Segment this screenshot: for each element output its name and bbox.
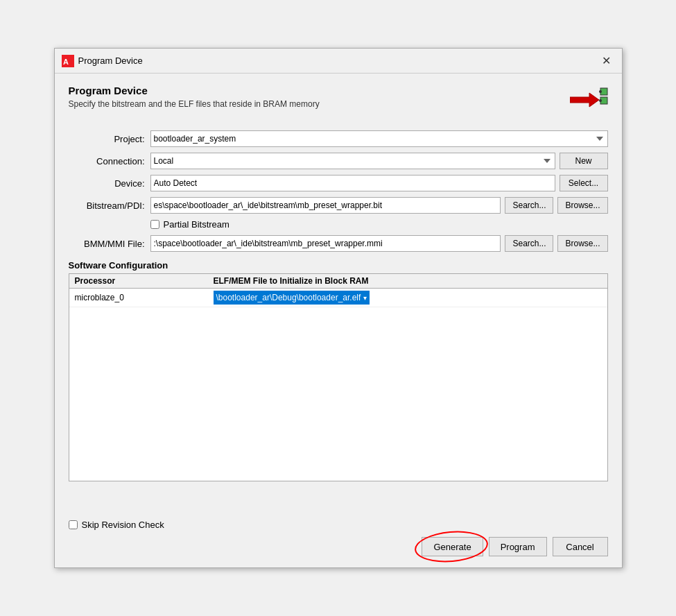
footer-section: Skip Revision Check Generate Program Can…	[69, 511, 608, 556]
skip-revision-checkbox[interactable]	[69, 520, 78, 529]
processor-value: microblaze_0	[75, 293, 124, 302]
project-label: Project:	[69, 134, 145, 144]
elf-header: ELF/MEM File to Initialize in Block RAM	[214, 276, 602, 286]
new-button[interactable]: New	[560, 153, 608, 169]
cancel-button[interactable]: Cancel	[553, 537, 608, 556]
bmm-label: BMM/MMI File:	[69, 239, 145, 249]
project-control-group: bootloader_ar_system	[150, 130, 608, 147]
connection-label: Connection:	[69, 156, 145, 166]
header-text: Program Device Specify the bitstream and…	[69, 85, 320, 109]
fpga-icon	[570, 85, 608, 119]
skip-revision-label[interactable]: Skip Revision Check	[82, 520, 164, 530]
bitstream-row: Bitstream/PDI: Search... Browse...	[69, 197, 608, 214]
elf-dropdown[interactable]: \bootloader_ar\Debug\bootloader_ar.elf ▾	[214, 291, 370, 305]
software-title: Software Configuration	[69, 260, 608, 271]
dialog-title: Program Device	[78, 55, 143, 66]
elf-cell: \bootloader_ar\Debug\bootloader_ar.elf ▾	[214, 291, 602, 305]
partial-bitstream-checkbox[interactable]	[150, 220, 159, 229]
title-bar-left: A Program Device	[62, 55, 143, 67]
dialog-body: Program Device Specify the bitstream and…	[55, 74, 622, 567]
bitstream-browse-button[interactable]: Browse...	[557, 197, 607, 214]
bitstream-label: Bitstream/PDI:	[69, 200, 145, 211]
project-select[interactable]: bootloader_ar_system	[150, 130, 608, 147]
elf-dropdown-arrow-icon: ▾	[363, 294, 367, 302]
device-row: Device: Select...	[69, 175, 608, 191]
select-button[interactable]: Select...	[560, 175, 608, 191]
generate-button[interactable]: Generate	[422, 537, 483, 556]
svg-marker-2	[570, 93, 599, 107]
bmm-browse-button[interactable]: Browse...	[557, 235, 607, 252]
bitstream-search-button[interactable]: Search...	[505, 197, 553, 214]
bmm-input[interactable]	[150, 235, 501, 252]
header-section: Program Device Specify the bitstream and…	[69, 85, 608, 119]
connection-control-group: Local New	[150, 153, 608, 169]
device-input[interactable]	[150, 175, 555, 191]
svg-point-6	[599, 99, 602, 102]
elf-value: \bootloader_ar\Debug\bootloader_ar.elf	[216, 293, 361, 302]
program-device-dialog: A Program Device ✕ Program Device Specif…	[54, 48, 623, 568]
amd-logo-icon: A	[62, 55, 74, 67]
generate-btn-wrapper: Generate	[422, 537, 483, 556]
partial-bitstream-row: Partial Bitstream	[150, 219, 608, 230]
device-control-group: Select...	[150, 175, 608, 191]
skip-row: Skip Revision Check	[69, 520, 608, 530]
bmm-search-button[interactable]: Search...	[505, 235, 553, 252]
bitstream-input[interactable]	[150, 197, 501, 214]
software-table: Processor ELF/MEM File to Initialize in …	[69, 273, 608, 481]
program-button[interactable]: Program	[489, 537, 547, 556]
software-config-section: Software Configuration Processor ELF/MEM…	[69, 260, 608, 481]
program-icon	[570, 85, 608, 119]
button-row: Generate Program Cancel	[69, 537, 608, 556]
processor-header: Processor	[75, 276, 214, 286]
table-header: Processor ELF/MEM File to Initialize in …	[69, 274, 607, 289]
bitstream-control-group: Search... Browse...	[150, 197, 608, 214]
title-bar: A Program Device ✕	[55, 49, 622, 74]
table-row: microblaze_0 \bootloader_ar\Debug\bootlo…	[69, 289, 607, 307]
svg-text:A: A	[63, 58, 69, 66]
project-row: Project: bootloader_ar_system	[69, 130, 608, 147]
form-section: Project: bootloader_ar_system Connection…	[69, 130, 608, 252]
connection-select[interactable]: Local	[150, 153, 555, 169]
processor-cell: microblaze_0	[75, 293, 214, 302]
bmm-control-group: Search... Browse...	[150, 235, 608, 252]
dialog-subtext: Specify the bitstream and the ELF files …	[69, 99, 320, 109]
connection-row: Connection: Local New	[69, 153, 608, 169]
dialog-heading: Program Device	[69, 85, 320, 96]
close-button[interactable]: ✕	[598, 53, 615, 69]
svg-point-5	[599, 90, 602, 93]
bmm-row: BMM/MMI File: Search... Browse...	[69, 235, 608, 252]
device-label: Device:	[69, 178, 145, 189]
partial-bitstream-label[interactable]: Partial Bitstream	[164, 219, 229, 230]
